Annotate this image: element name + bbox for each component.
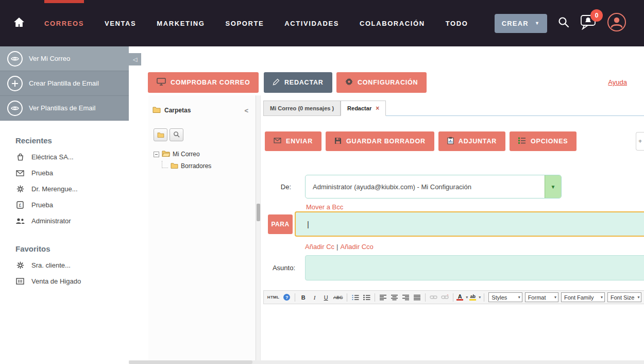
tab-mi-correo[interactable]: Mi Correo (0 mensajes ) [263, 101, 341, 116]
folder-tree-child[interactable]: Borradores [162, 160, 256, 172]
chevron-down-icon: ▼ [535, 21, 540, 26]
nav-item-todo[interactable]: TODO [435, 0, 479, 46]
search-button[interactable] [557, 16, 570, 30]
nav-item-label: VENTAS [105, 20, 136, 27]
gear-icon [345, 78, 353, 87]
plus-icon [7, 76, 23, 91]
compose-label: REDACTAR [284, 79, 324, 86]
recent-item-prueba-invoice[interactable]: £ Prueba [0, 197, 129, 213]
bullet-list-button[interactable] [362, 292, 371, 303]
side-panel-toggle[interactable]: + [636, 132, 644, 151]
recent-item-dr-merengue[interactable]: Dr. Merengue... [0, 181, 129, 197]
font-color-button[interactable]: A [456, 294, 463, 301]
folder-icon [171, 162, 178, 170]
chevron-down-icon: ▾ [637, 295, 639, 300]
editor-help-button[interactable]: ? [282, 292, 292, 303]
panel-splitter[interactable] [256, 95, 261, 364]
nav-item-marketing[interactable]: MARKETING [146, 0, 215, 46]
add-bcc-link[interactable]: Añadir Cco [340, 243, 373, 251]
font-family-select[interactable]: Font Family ▾ [561, 292, 605, 302]
recent-item-prueba-campaign[interactable]: Prueba [0, 165, 129, 181]
folder-tree-root[interactable]: Mi Correo [154, 148, 256, 160]
gear-star-icon [15, 261, 25, 269]
search-icon [557, 16, 570, 30]
move-to-bcc-link[interactable]: Mover a Bcc [306, 203, 343, 211]
to-button[interactable]: PARA [268, 214, 293, 234]
font-size-select-value: Font Size [611, 294, 634, 301]
underline-button[interactable]: U [321, 292, 331, 303]
compose-button[interactable]: REDACTAR [264, 72, 332, 93]
align-justify-button[interactable] [412, 292, 422, 303]
nav-item-soporte[interactable]: SOPORTE [215, 0, 274, 46]
add-cc-link[interactable]: Añadir Cc [305, 243, 334, 251]
new-folder-button[interactable] [154, 128, 167, 141]
search-folder-button[interactable] [170, 128, 183, 141]
italic-button[interactable]: I [310, 292, 319, 303]
chevron-down-icon: ▼ [551, 184, 556, 190]
favorite-item-sra-cliente[interactable]: Sra. cliente... [0, 257, 129, 273]
home-button[interactable] [13, 17, 25, 29]
highlight-swatch [469, 299, 476, 301]
notifications-button[interactable]: 0 [580, 14, 597, 32]
home-icon [13, 17, 25, 29]
help-link[interactable]: Ayuda [608, 78, 627, 86]
avatar-icon [607, 12, 626, 34]
folder-tree: Mi Correo Borradores [154, 148, 256, 172]
highlight-dropdown-icon[interactable]: ▾ [479, 295, 481, 300]
align-right-button[interactable] [401, 292, 411, 303]
check-mail-button[interactable]: COMPROBAR CORREO [148, 72, 259, 93]
chevron-down-icon: ▾ [518, 295, 520, 300]
settings-button[interactable]: CONFIGURACIÓN [336, 72, 427, 93]
save-draft-button[interactable]: GUARDAR BORRADOR [326, 131, 434, 151]
remove-link-button[interactable] [440, 292, 450, 303]
recent-item-label: Eléctrica SA... [31, 153, 74, 161]
from-select[interactable]: Administrator (ayuda@kiubix.com) - Mi Co… [305, 175, 562, 198]
attach-button[interactable]: ADJUNTAR [438, 131, 505, 151]
nav-item-ventas[interactable]: VENTAS [94, 0, 146, 46]
crear-button[interactable]: CREAR ▼ [495, 14, 547, 33]
send-button[interactable]: ENVIAR [265, 131, 321, 151]
styles-select[interactable]: Styles ▾ [488, 292, 522, 302]
favorite-item-venta-higado[interactable]: Venta de Higado [0, 273, 129, 289]
sidebar-item-crear-plantilla[interactable]: Crear Plantilla de Email [0, 71, 129, 96]
insert-link-button[interactable] [429, 292, 438, 303]
folders-panel: Carpetas < Mi Correo [148, 95, 256, 364]
tab-redactar[interactable]: Redactar × [341, 101, 386, 116]
recent-item-electrica[interactable]: Eléctrica SA... [0, 149, 129, 165]
nav-item-actividades[interactable]: ACTIVIDADES [274, 0, 349, 46]
format-select[interactable]: Format ▾ [525, 292, 558, 302]
compose-toolbar: ENVIAR GUARDAR BORRADOR ADJUNTAR OPCIONE… [265, 131, 577, 151]
save-draft-label: GUARDAR BORRADOR [346, 138, 426, 145]
favorite-item-label: Venta de Higado [31, 277, 81, 285]
product-box-icon [15, 278, 25, 285]
sidebar-item-ver-mi-correo[interactable]: Ver Mi Correo [0, 46, 129, 71]
horizontal-scrollbar-handle[interactable] [129, 360, 252, 364]
recent-item-administrator[interactable]: Administrator [0, 213, 129, 229]
tree-collapse-icon[interactable] [154, 152, 159, 157]
source-html-button[interactable]: HTML [266, 292, 280, 303]
numbered-list-button[interactable] [350, 292, 360, 303]
strikethrough-button[interactable]: ABC [332, 292, 344, 303]
align-center-button[interactable] [389, 292, 399, 303]
highlight-color-button[interactable]: ab [469, 294, 476, 301]
font-size-select[interactable]: Font Size ▾ [607, 292, 641, 302]
nav-item-colaboracion[interactable]: COLABORACIÓN [349, 0, 435, 46]
options-button[interactable]: OPCIONES [510, 131, 577, 151]
font-color-dropdown-icon[interactable]: ▾ [466, 295, 468, 300]
sidebar-collapse-handle[interactable]: ◁ [129, 53, 141, 65]
bold-button[interactable]: B [298, 292, 308, 303]
to-input[interactable]: | [295, 211, 644, 237]
align-left-button[interactable] [378, 292, 388, 303]
invoice-icon: £ [15, 201, 25, 209]
profile-button[interactable] [607, 12, 626, 34]
folder-icon [152, 106, 161, 115]
panel-collapse-icon[interactable]: < [244, 107, 250, 114]
options-label: OPCIONES [531, 138, 568, 145]
nav-item-correos[interactable]: CORREOS [34, 0, 94, 46]
from-select-arrow[interactable]: ▼ [545, 175, 561, 198]
sidebar-item-ver-plantillas[interactable]: Ver Plantillas de Email [0, 96, 129, 121]
splitter-handle[interactable] [257, 204, 260, 221]
close-icon[interactable]: × [376, 105, 379, 112]
horizontal-scrollbar[interactable] [129, 360, 644, 364]
subject-input[interactable] [305, 255, 644, 280]
